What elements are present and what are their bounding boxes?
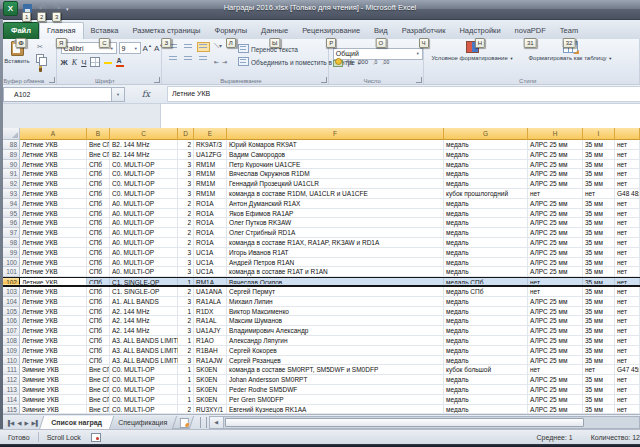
borders-button[interactable] xyxy=(90,57,100,67)
cell[interactable]: C1. SINGLE-OP xyxy=(110,278,178,285)
cell[interactable]: Зимние УКВ xyxy=(20,395,87,405)
cell[interactable]: нет xyxy=(615,316,640,326)
row-header[interactable]: 113 xyxy=(3,385,20,395)
cell[interactable]: RA1ALA xyxy=(194,297,227,307)
cell[interactable]: нет xyxy=(615,258,640,268)
cell[interactable]: АЛРС 25 мм xyxy=(528,140,583,150)
cell[interactable]: 2 xyxy=(178,346,194,356)
cell[interactable]: Яков Ефимов RA1AP xyxy=(227,209,444,219)
cell[interactable]: 35 мм xyxy=(583,140,615,150)
table-row[interactable]: 106Летние УКВСПбA2. 144 MHz2RA1ALМаксим … xyxy=(3,316,640,326)
cell[interactable]: нет xyxy=(615,209,640,219)
cell[interactable]: нет xyxy=(615,199,640,209)
cell[interactable]: медаль СПб xyxy=(444,278,528,285)
cell[interactable]: 35 мм xyxy=(583,160,615,170)
row-header[interactable]: 101 xyxy=(3,267,20,277)
table-row[interactable]: 102Летние УКВСПбC1. SINGLE-OP1RM1AВячесл… xyxy=(3,277,640,287)
row-header[interactable]: 112 xyxy=(3,375,20,385)
row-header[interactable]: 105 xyxy=(3,307,20,317)
column-header[interactable]: B xyxy=(87,128,110,140)
cell[interactable]: АЛРС 25 мм xyxy=(528,238,583,248)
table-row[interactable]: 89Летние УКВВне СПбB2. 144 MHz3UA1ZFGВад… xyxy=(3,150,640,160)
cell[interactable]: СПб xyxy=(87,218,110,228)
column-header[interactable] xyxy=(615,128,640,140)
save-button[interactable]: 1 xyxy=(21,3,33,15)
cell[interactable]: 1 xyxy=(178,307,194,317)
table-row[interactable]: 96Летние УКВСПбA0. MULTI-OP2RO1AОлег Пут… xyxy=(3,218,640,228)
cell[interactable]: Андрей Петров R1AN xyxy=(227,258,444,268)
cell[interactable]: медаль xyxy=(444,248,528,258)
cell[interactable]: медаль xyxy=(444,209,528,219)
cell[interactable]: СПб xyxy=(87,238,110,248)
increase-indent-button[interactable]: ⇥ xyxy=(222,58,227,65)
tab-home[interactable]: ГлавнаяЯ xyxy=(39,22,84,39)
cell[interactable]: 35 мм xyxy=(583,267,615,277)
table-row[interactable]: 108Летние УКВСПбA3. ALL BANDS LIMITED1R1… xyxy=(3,336,640,346)
cell[interactable]: нет xyxy=(615,150,640,160)
orientation-button[interactable]: ⟍▾ xyxy=(214,42,222,50)
cell[interactable]: R1AO xyxy=(194,336,227,346)
tab-novapdf[interactable]: novaPDF31 xyxy=(508,23,553,39)
cell[interactable]: медаль xyxy=(444,267,528,277)
cell[interactable]: АЛРС 25 мм xyxy=(528,150,583,160)
cell[interactable]: Вячеслав Окружнов R1DM xyxy=(227,169,444,179)
cell[interactable]: Летние УКВ xyxy=(20,228,87,238)
row-header[interactable]: 91 xyxy=(3,169,20,179)
cell[interactable]: RK9AT/3 xyxy=(194,140,227,150)
dialog-launcher-icon[interactable] xyxy=(49,77,55,83)
formula-bar-extension-field[interactable] xyxy=(160,104,640,130)
cell[interactable]: СПб xyxy=(87,307,110,317)
cell[interactable]: 3 xyxy=(178,267,194,277)
cell[interactable]: Сергей Пермут xyxy=(227,287,444,297)
cell[interactable]: СПб xyxy=(87,258,110,268)
cell[interactable]: Peder Rodhe SM5DWF xyxy=(227,385,444,395)
tab-developer[interactable]: РазработчикЧ xyxy=(395,23,453,39)
conditional-formatting-button[interactable]: Условное форматирование ▼ xyxy=(428,41,516,62)
cell[interactable]: RM1A xyxy=(194,278,227,285)
cell[interactable]: медаль xyxy=(444,316,528,326)
row-header[interactable]: 103 xyxy=(3,287,20,297)
underline-button[interactable]: Ч xyxy=(81,58,86,67)
table-row[interactable]: 105Летние УКВСПбA2. 144 MHz1R1DXВиктор М… xyxy=(3,307,640,317)
cell[interactable]: АЛРС 25 мм xyxy=(528,356,583,366)
cell[interactable]: A0. MULTI-OP xyxy=(110,248,178,258)
cell[interactable]: Летние УКВ xyxy=(20,278,87,285)
cell[interactable]: Геннадий Прозецкий UA1CLR xyxy=(227,179,444,189)
cell[interactable]: СПб xyxy=(87,179,110,189)
cell[interactable]: RO1A xyxy=(194,218,227,228)
cell[interactable]: СПб xyxy=(87,160,110,170)
cell[interactable]: 35 мм xyxy=(583,179,615,189)
cell[interactable]: нет xyxy=(615,395,640,405)
table-row[interactable]: 88Летние УКВВне СПбB2. 144 MHz2RK9AT/3Юр… xyxy=(3,140,640,150)
cell[interactable]: B2. 144 MHz xyxy=(110,140,178,150)
tab-insert[interactable]: ВставкаС xyxy=(84,23,126,39)
cell[interactable]: R1DX xyxy=(194,307,227,317)
row-header[interactable]: 100 xyxy=(3,258,20,268)
cell[interactable]: 1 xyxy=(178,375,194,385)
cell[interactable]: СПб xyxy=(87,297,110,307)
cell[interactable]: Зимние УКВ xyxy=(20,375,87,385)
tab-page-layout[interactable]: Разметка страницыЗ xyxy=(125,23,207,39)
select-all-corner[interactable] xyxy=(3,128,20,140)
scroll-left-button[interactable]: ◀ xyxy=(209,416,224,429)
cell[interactable]: 35 мм xyxy=(583,307,615,317)
cell[interactable]: SK0EN xyxy=(194,365,227,375)
column-header[interactable]: D xyxy=(178,128,194,140)
cell[interactable]: медаль xyxy=(444,218,528,228)
scrollbar-track[interactable] xyxy=(224,416,640,429)
cell[interactable]: 1 xyxy=(178,278,194,285)
cell[interactable]: Михаил Липин xyxy=(227,297,444,307)
cell[interactable]: 1 xyxy=(178,395,194,405)
cell[interactable]: UC1A xyxy=(194,267,227,277)
cell[interactable]: RM1M xyxy=(194,189,227,199)
cell[interactable]: A3. ALL BANDS LIMITED xyxy=(110,346,178,356)
cell[interactable]: 35 мм xyxy=(583,287,615,297)
cell[interactable]: СПб xyxy=(87,278,110,285)
cell[interactable]: Вне СПб xyxy=(87,140,110,150)
row-header[interactable]: 96 xyxy=(3,218,20,228)
cell[interactable]: G48 48x xyxy=(615,189,640,199)
cell[interactable]: СПб xyxy=(87,316,110,326)
cell[interactable]: медаль xyxy=(444,307,528,317)
cell[interactable]: нет xyxy=(615,160,640,170)
cell[interactable]: Вне СПб xyxy=(87,150,110,160)
